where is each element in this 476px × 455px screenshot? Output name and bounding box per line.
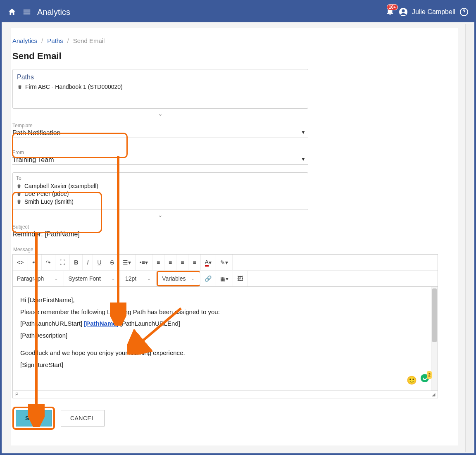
align-left-button[interactable]: ≡ [152, 255, 164, 270]
align-right-button[interactable]: ≡ [176, 255, 188, 270]
breadcrumb-paths[interactable]: Paths [47, 37, 63, 44]
grammarly-icon[interactable]: 2 [420, 374, 429, 387]
undo-button[interactable]: ↶ [28, 255, 42, 270]
block-format-select[interactable]: Paragraph⌄ [13, 271, 64, 286]
align-center-button[interactable]: ≡ [164, 255, 176, 270]
italic-button[interactable]: I [83, 255, 93, 270]
to-field: To Campbell Xavier (xcampbell) Doe Peter… [12, 172, 308, 210]
paths-card: Paths Firm ABC - Handbook 1 (STD000020) [12, 69, 308, 109]
recipient-name: Smith Lucy (lsmith) [24, 198, 74, 205]
variables-dropdown[interactable]: Variables⌄ [157, 271, 200, 286]
to-label: To [16, 175, 305, 181]
recipient-row: Doe Peter (pdoe) [16, 191, 305, 197]
editor-toolbar: <> ↶ ↷ ⛶ B I U S ☰▾ •≡▾ ≡ ≡ ≡ [12, 254, 438, 287]
dropdown-icon[interactable]: ▼ [301, 129, 306, 135]
editor-path-indicator: P [15, 392, 18, 397]
subject-value: Reminder: [PathName] [12, 231, 308, 238]
trash-icon[interactable] [16, 199, 22, 205]
template-label: Template [12, 123, 308, 129]
editor-line: [SignatureStart] [20, 359, 430, 371]
font-family-select[interactable]: System Font⌄ [64, 271, 121, 286]
from-field[interactable]: From Training Team ▼ [12, 150, 308, 165]
subject-field[interactable]: Subject Reminder: [PathName] [12, 224, 308, 239]
link-button[interactable]: 🔗 [200, 271, 216, 286]
editor-line: [PathDescription] [20, 330, 430, 342]
trash-icon[interactable] [16, 183, 22, 189]
highlight-button[interactable]: ✎▾ [216, 255, 233, 270]
chevron-down-icon[interactable]: ⌄ [158, 110, 163, 117]
underline-button[interactable]: U [93, 255, 106, 270]
align-justify-button[interactable]: ≡ [188, 255, 200, 270]
editor-scrollbar[interactable] [431, 287, 438, 391]
font-size-select[interactable]: 12pt⌄ [121, 271, 157, 286]
path-item: Firm ABC - Handbook 1 (STD000020) [17, 83, 304, 90]
editor-line: Please remember the following Learning P… [20, 306, 430, 318]
from-value: Training Team [12, 156, 308, 164]
strikethrough-button[interactable]: S [106, 255, 119, 270]
editor-statusbar: P ◢ [12, 391, 438, 398]
avatar-icon[interactable] [399, 7, 408, 17]
bullet-list-button[interactable]: •≡▾ [136, 255, 152, 270]
template-value: Path Notification [12, 129, 308, 137]
recipient-name: Doe Peter (pdoe) [24, 191, 69, 197]
pathname-variable-link[interactable]: [PathName] [84, 320, 118, 327]
emoji-icon[interactable]: 🙂 [407, 372, 417, 388]
editor-line: Good luck and we hope you enjoy your lea… [20, 347, 430, 359]
image-button[interactable]: 🖼 [233, 271, 248, 286]
source-code-button[interactable]: <> [13, 255, 28, 270]
app-bar: Analytics 10+ Julie Campbell [2, 2, 474, 22]
notification-badge: 10+ [387, 4, 398, 10]
subject-label: Subject [12, 224, 308, 230]
menu-icon[interactable] [22, 7, 31, 17]
breadcrumb-analytics[interactable]: Analytics [12, 37, 37, 44]
grammarly-count-badge: 2 [427, 371, 432, 379]
bold-button[interactable]: B [70, 255, 83, 270]
trash-icon[interactable] [16, 191, 22, 197]
chevron-down-icon[interactable]: ⌄ [158, 212, 163, 218]
template-field[interactable]: Template Path Notification ▼ [12, 123, 308, 138]
home-icon[interactable] [7, 7, 17, 17]
from-label: From [12, 150, 308, 155]
recipient-row: Campbell Xavier (xcampbell) [16, 183, 305, 189]
notifications-button[interactable]: 10+ [386, 7, 395, 17]
recipient-name: Campbell Xavier (xcampbell) [24, 183, 98, 189]
dropdown-icon[interactable]: ▼ [301, 156, 306, 162]
page-scrollbar[interactable] [465, 24, 473, 452]
breadcrumb-current: Send Email [73, 37, 105, 44]
send-button[interactable]: SEND [16, 410, 52, 426]
message-label: Message [13, 247, 456, 253]
breadcrumb: Analytics / Paths / Send Email [12, 37, 456, 48]
page-title: Send Email [12, 51, 456, 62]
recipient-row: Smith Lucy (lsmith) [16, 198, 305, 205]
editor-line: Hi [UserFirstName], [20, 294, 430, 306]
paths-label: Paths [17, 74, 304, 81]
numbered-list-button[interactable]: ☰▾ [119, 255, 136, 270]
appbar-title: Analytics [37, 7, 70, 17]
fullscreen-button[interactable]: ⛶ [55, 255, 70, 270]
trash-icon[interactable] [17, 84, 23, 90]
table-button[interactable]: ▦▾ [216, 271, 233, 286]
svg-point-1 [402, 10, 405, 12]
redo-button[interactable]: ↷ [42, 255, 55, 270]
resize-handle-icon[interactable]: ◢ [432, 392, 435, 397]
editor-line: [PathLaunchURLStart] [PathName] [PathLau… [20, 318, 430, 330]
cancel-button[interactable]: CANCEL [61, 410, 105, 426]
user-name: Julie Campbell [412, 8, 455, 16]
editor-textarea[interactable]: Hi [UserFirstName], Please remember the … [12, 287, 438, 391]
path-item-label: Firm ABC - Handbook 1 (STD000020) [25, 83, 123, 90]
text-color-button[interactable]: A▾ [201, 255, 216, 270]
help-icon[interactable] [459, 7, 469, 17]
